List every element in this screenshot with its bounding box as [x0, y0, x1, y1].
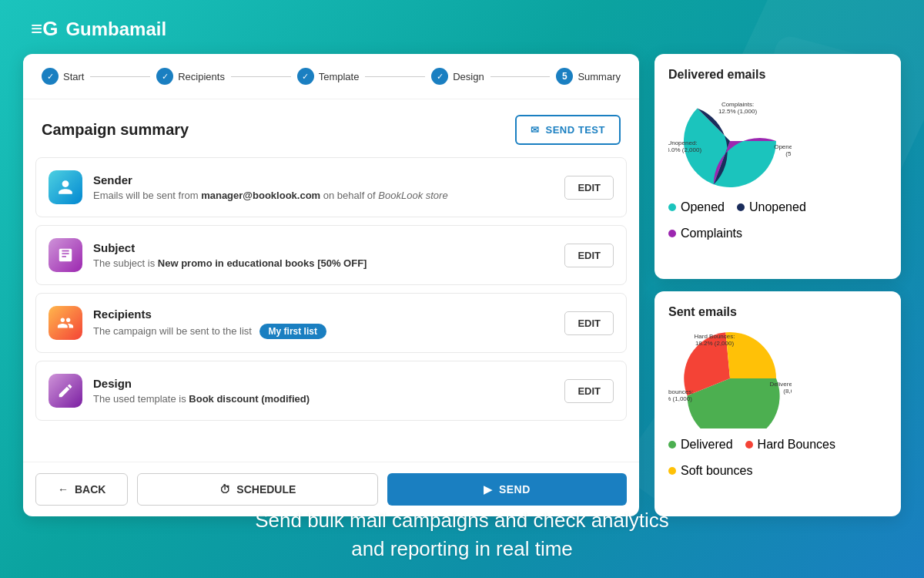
svg-text:Soft bounces:: Soft bounces:	[668, 388, 693, 395]
svg-text:25.0% (2,000): 25.0% (2,000)	[668, 146, 701, 153]
send-button[interactable]: ▶ SEND	[387, 473, 627, 506]
delivered-emails-card: Delivered emails Complaints: 12.5% (1,00…	[654, 54, 901, 279]
sent-chart-area: Hard Bounces: 18.2% (2,000) Soft bounces…	[668, 328, 887, 432]
recipients-title: Recipients	[93, 307, 554, 321]
tagline: Send bulk mail campaigns and check analy…	[0, 506, 924, 563]
back-arrow-icon: ←	[58, 483, 69, 496]
back-button[interactable]: ← BACK	[35, 473, 128, 506]
delivered-title: Delivered emails	[668, 68, 887, 82]
svg-text:Opened: 62.5%: Opened: 62.5%	[774, 143, 792, 150]
legend-delivered: Delivered	[668, 438, 733, 452]
design-title: Design	[93, 377, 554, 390]
summary-header: Campaign summary ✉ SEND TEST	[23, 99, 639, 157]
logo-icon: ≡G	[31, 17, 58, 41]
sender-icon	[49, 170, 82, 204]
sent-legend: Delivered Hard Bounces Soft bounces	[668, 438, 887, 478]
summary-title: Campaign summary	[42, 121, 189, 139]
step-line-3	[365, 76, 425, 77]
step-start: ✓ Start	[42, 68, 84, 85]
step-number-summary: 5	[556, 68, 573, 85]
opened-label: Opened	[681, 200, 725, 214]
tagline-line2: and reporting in real time	[0, 535, 924, 563]
sent-emails-card: Sent emails Hard Bounces: 18.2% (2,000)	[654, 291, 901, 516]
step-label-summary: Summary	[578, 71, 621, 82]
delivered-pie: Complaints: 12.5% (1,000) Unopened: 25.0…	[668, 91, 792, 194]
step-label-template: Template	[319, 71, 360, 82]
campaign-panel: ✓ Start ✓ Recipients ✓ Template ✓ Design…	[23, 54, 639, 516]
legend-complaints: Complaints	[668, 227, 742, 240]
sent-pie: Hard Bounces: 18.2% (2,000) Soft bounces…	[668, 328, 792, 432]
send-arrow-icon: ▶	[484, 483, 493, 496]
step-recipients: ✓ Recipients	[156, 68, 225, 85]
sender-desc: Emails will be sent from manager@bookloo…	[93, 190, 554, 201]
subject-title: Subject	[93, 241, 554, 254]
design-icon	[49, 374, 82, 408]
recipients-edit-button[interactable]: EDIT	[564, 311, 614, 335]
step-line-4	[490, 76, 551, 77]
logo-text: Gumbamail	[65, 18, 166, 40]
content-area: ✓ Start ✓ Recipients ✓ Template ✓ Design…	[23, 54, 901, 516]
delivered-label-text: Delivered	[681, 438, 733, 452]
opened-dot	[668, 203, 676, 211]
design-content: Design The used template is Book discoun…	[93, 377, 554, 405]
step-check-template: ✓	[297, 68, 314, 85]
unopened-label: Unopened	[749, 200, 806, 214]
svg-text:Complaints:: Complaints:	[721, 101, 754, 108]
legend-unopened: Unopened	[737, 200, 806, 214]
legend-opened: Opened	[668, 200, 725, 214]
svg-text:Hard Bounces:: Hard Bounces:	[695, 333, 735, 340]
subject-desc: The subject is New promo in educational …	[93, 257, 554, 269]
recipients-desc: The campaign will be sent to the list My…	[93, 324, 554, 339]
tagline-line1: Send bulk mail campaigns and check analy…	[0, 506, 924, 534]
envelope-icon: ✉	[531, 124, 540, 136]
stepper: ✓ Start ✓ Recipients ✓ Template ✓ Design…	[23, 54, 639, 99]
step-label-design: Design	[453, 71, 484, 82]
soft-bounces-dot	[668, 467, 676, 475]
svg-text:12.5% (1,000): 12.5% (1,000)	[718, 108, 758, 115]
sender-edit-button[interactable]: EDIT	[564, 176, 614, 200]
send-test-button[interactable]: ✉ SEND TEST	[515, 115, 621, 145]
schedule-label: SCHEDULE	[236, 483, 296, 496]
recipients-content: Recipients The campaign will be sent to …	[93, 307, 554, 339]
back-label: BACK	[75, 483, 105, 496]
summary-item-design: Design The used template is Book discoun…	[35, 361, 627, 421]
summary-items-list: Sender Emails will be sent from manager@…	[23, 157, 639, 462]
hard-bounces-label: Hard Bounces	[758, 438, 835, 452]
svg-text:Delivered: 72.7%: Delivered: 72.7%	[770, 381, 792, 388]
complaints-dot	[668, 230, 676, 237]
legend-soft-bounces: Soft bounces	[668, 464, 752, 478]
subject-content: Subject The subject is New promo in educ…	[93, 241, 554, 269]
step-check-start: ✓	[42, 68, 59, 85]
step-line-2	[231, 76, 291, 77]
delivered-legend: Opened Unopened Complaints	[668, 200, 887, 240]
sender-content: Sender Emails will be sent from manager@…	[93, 173, 554, 201]
subject-icon	[49, 238, 82, 272]
step-line-1	[90, 76, 150, 77]
sent-title: Sent emails	[668, 305, 887, 319]
clock-icon: ⏱	[219, 483, 230, 496]
svg-text:18.2% (2,000): 18.2% (2,000)	[695, 340, 735, 347]
step-check-recipients: ✓	[156, 68, 173, 85]
design-edit-button[interactable]: EDIT	[564, 379, 614, 403]
svg-text:Unopened:: Unopened:	[668, 139, 698, 146]
send-label: SEND	[499, 483, 531, 496]
right-panels: Delivered emails Complaints: 12.5% (1,00…	[654, 54, 901, 516]
svg-text:(8,000): (8,000)	[783, 388, 792, 395]
legend-hard-bounces: Hard Bounces	[745, 438, 835, 452]
step-summary: 5 Summary	[556, 68, 621, 85]
subject-edit-button[interactable]: EDIT	[564, 244, 614, 267]
step-design: ✓ Design	[431, 68, 484, 85]
hard-bounces-dot	[745, 441, 753, 449]
step-template: ✓ Template	[297, 68, 360, 85]
list-badge: My first list	[259, 324, 326, 339]
summary-item-subject: Subject The subject is New promo in educ…	[35, 225, 627, 285]
send-test-label: SEND TEST	[546, 124, 605, 136]
sender-title: Sender	[93, 173, 554, 187]
delivered-chart-area: Complaints: 12.5% (1,000) Unopened: 25.0…	[668, 91, 887, 194]
schedule-button[interactable]: ⏱ SCHEDULE	[137, 473, 378, 506]
recipients-icon	[49, 306, 82, 340]
summary-item-recipients: Recipients The campaign will be sent to …	[35, 293, 627, 353]
step-check-design: ✓	[431, 68, 448, 85]
complaints-label: Complaints	[681, 227, 742, 240]
step-label-start: Start	[63, 71, 84, 82]
